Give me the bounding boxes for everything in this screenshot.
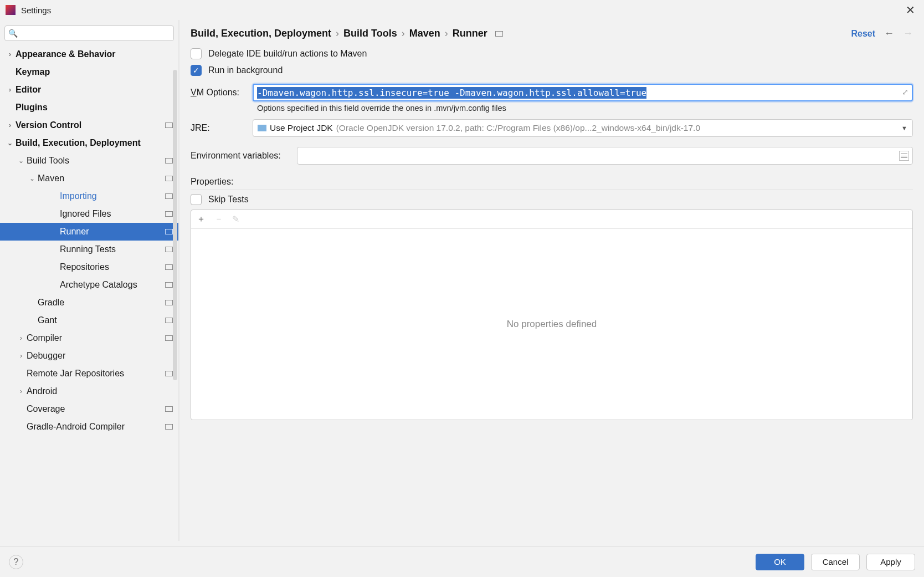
skip-tests-checkbox[interactable] [191,194,202,205]
tree-item[interactable]: ⌄Maven [0,170,178,187]
sidebar: 🔍 ›Appearance & BehaviorKeymap›EditorPlu… [0,20,179,541]
tree-item[interactable]: Keymap [0,63,178,81]
close-icon[interactable]: ✕ [902,3,918,17]
tree-item-label: Gradle-Android Compiler [27,422,162,432]
nav-back-icon[interactable]: ← [884,28,894,39]
properties-empty-text: No properties defined [191,229,912,420]
scope-badge-icon [165,300,173,305]
scope-badge-icon [165,424,173,430]
tree-item[interactable]: ›Compiler [0,329,178,347]
delegate-label[interactable]: Delegate IDE build/run actions to Maven [208,49,367,59]
scope-badge-icon [165,247,173,252]
expand-icon[interactable]: ⤢ [902,88,908,96]
search-input[interactable] [4,25,174,41]
tree-item[interactable]: Archetype Catalogs [0,276,178,294]
tree-item[interactable]: ⌄Build Tools [0,152,178,170]
tree-item-label: Gant [38,315,162,325]
nav-forward-icon: → [903,28,913,39]
jre-label: JRE: [191,123,253,133]
scope-badge-icon [165,335,173,341]
chevron-down-icon[interactable]: ⌄ [16,157,27,165]
tree-item-label: Android [27,386,173,396]
tree-item-label: Version Control [16,120,162,130]
vm-options-help: Options specified in this field override… [257,104,913,113]
scrollbar-thumb[interactable] [173,70,177,380]
scope-badge-icon [165,176,173,181]
content-panel: Build, Execution, Deployment › Build Too… [179,20,924,541]
chevron-down-icon[interactable]: ⌄ [27,175,38,182]
tree-item[interactable]: Remote Jar Repositories [0,365,178,382]
scope-badge-icon [165,371,173,376]
tree-item-label: Gradle [38,298,162,308]
properties-label: Properties: [191,177,913,190]
tree-item[interactable]: ›Editor [0,81,178,99]
tree-item[interactable]: ⌄Build, Execution, Deployment [0,134,178,152]
ok-button[interactable]: OK [756,554,804,570]
vm-options-label: VM Options: [191,88,253,98]
edit-icon: ✎ [232,214,239,224]
tree-item[interactable]: Ignored Files [0,205,178,223]
chevron-down-icon[interactable]: ⌄ [4,139,16,147]
tree-item[interactable]: ›Debugger [0,347,178,365]
tree-item-label: Maven [38,173,162,183]
delegate-checkbox[interactable] [191,48,202,59]
tree-item-label: Editor [16,85,173,95]
tree-item-label: Running Tests [60,244,162,254]
run-background-label[interactable]: Run in background [208,65,283,75]
apply-button[interactable]: Apply [866,554,915,570]
vm-options-input[interactable] [253,84,913,101]
dialog-footer: ? OK Cancel Apply [0,546,924,577]
breadcrumb-part[interactable]: Build Tools [343,28,397,39]
list-icon[interactable] [899,151,909,161]
tree-item-label: Ignored Files [60,209,162,219]
remove-icon: － [214,213,223,225]
scope-badge-icon [165,282,173,288]
scope-badge-icon [165,211,173,217]
tree-item[interactable]: Gant [0,312,178,329]
search-input-wrap: 🔍 [4,25,174,41]
chevron-right-icon[interactable]: › [4,50,16,58]
help-icon[interactable]: ? [9,555,23,569]
jre-detail-text: (Oracle OpenJDK version 17.0.2, path: C:… [336,123,700,133]
breadcrumb-sep: › [336,28,339,39]
chevron-right-icon[interactable]: › [16,387,27,395]
tree-item[interactable]: Importing [0,187,178,205]
skip-tests-label[interactable]: Skip Tests [208,195,249,205]
vm-options-input-wrap: -Dmaven.wagon.http.ssl.insecure=true -Dm… [253,84,913,101]
tree-item[interactable]: Coverage [0,400,178,418]
tree-item-label: Repositories [60,262,162,272]
reset-link[interactable]: Reset [851,29,875,39]
tree-item[interactable]: Repositories [0,258,178,276]
chevron-right-icon[interactable]: › [16,334,27,342]
scope-badge-icon [165,406,173,412]
scope-badge-icon [165,229,173,234]
add-icon[interactable]: ＋ [197,213,206,225]
tree-item-label: Keymap [16,67,173,77]
cancel-button[interactable]: Cancel [811,554,860,570]
env-input[interactable] [297,147,913,165]
tree-item[interactable]: Gradle [0,294,178,312]
jre-select[interactable]: Use Project JDK (Oracle OpenJDK version … [253,119,913,137]
tree-item[interactable]: ›Appearance & Behavior [0,45,178,63]
search-icon: 🔍 [8,29,18,38]
tree-item-label: Build Tools [27,156,162,166]
breadcrumb-part: Runner [453,28,487,39]
folder-icon [258,125,266,131]
chevron-right-icon[interactable]: › [16,352,27,360]
settings-tree[interactable]: ›Appearance & BehaviorKeymap›EditorPlugi… [0,45,178,441]
chevron-right-icon[interactable]: › [4,121,16,129]
tree-item-label: Debugger [27,351,173,361]
breadcrumb-part[interactable]: Build, Execution, Deployment [191,28,331,39]
tree-item[interactable]: Runner [0,223,178,241]
tree-item-label: Remote Jar Repositories [27,369,162,379]
chevron-right-icon[interactable]: › [4,86,16,94]
scope-badge-icon [165,193,173,199]
tree-item[interactable]: ›Version Control [0,116,178,134]
breadcrumb-part[interactable]: Maven [409,28,440,39]
scope-badge-icon [495,31,503,37]
tree-item[interactable]: Gradle-Android Compiler [0,418,178,436]
run-background-checkbox[interactable] [191,65,202,76]
tree-item[interactable]: Running Tests [0,241,178,258]
tree-item[interactable]: ›Android [0,382,178,400]
tree-item[interactable]: Plugins [0,99,178,116]
